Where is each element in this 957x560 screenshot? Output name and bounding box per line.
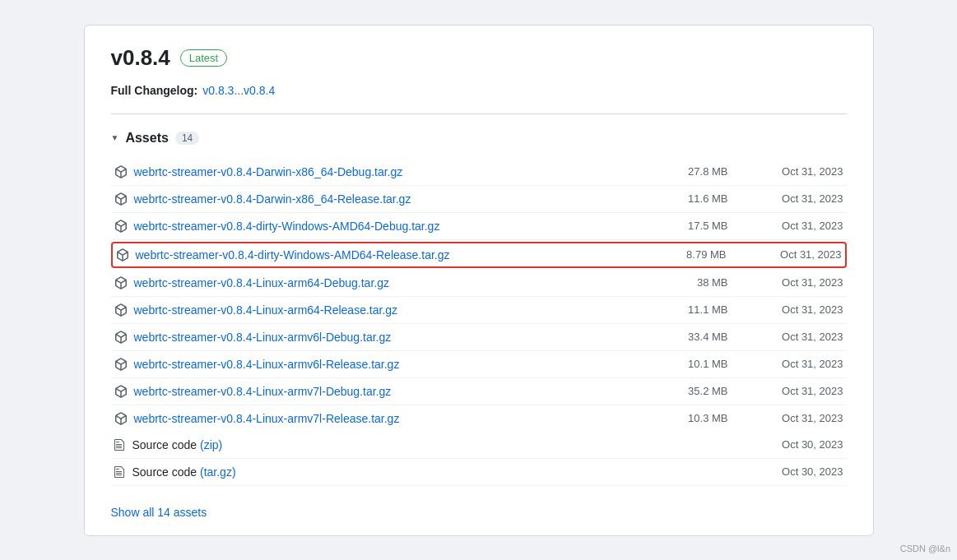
asset-date: Oct 31, 2023 [760,248,842,261]
asset-row: webrtc-streamer-v0.8.4-Linux-armv7l-Rele… [111,405,847,432]
collapse-triangle-icon[interactable]: ▼ [111,133,119,142]
source-label: Source code [132,465,201,479]
asset-row: webrtc-streamer-v0.8.4-Linux-armv7l-Debu… [111,378,847,405]
asset-row: webrtc-streamer-v0.8.4-Linux-armv6l-Rele… [111,351,847,378]
asset-row: webrtc-streamer-v0.8.4-Darwin-x86_64-Deb… [111,159,847,186]
show-all-assets-link[interactable]: Show all 14 assets [111,506,207,519]
asset-date: Oct 31, 2023 [761,165,843,178]
changelog-link[interactable]: v0.8.3...v0.8.4 [202,84,275,97]
asset-name-link[interactable]: webrtc-streamer-v0.8.4-Darwin-x86_64-Rel… [134,192,662,206]
source-row: Source code (tar.gz) Oct 30, 2023 [111,459,847,486]
show-all-container: Show all 14 assets [111,496,847,519]
asset-size: 11.1 MB [662,303,728,316]
source-label: Source code [132,438,201,451]
source-format-link[interactable]: (tar.gz) [200,465,236,479]
assets-count-badge: 14 [175,132,199,145]
asset-date: Oct 31, 2023 [761,358,843,370]
source-date: Oct 30, 2023 [761,438,843,451]
asset-name-link[interactable]: webrtc-streamer-v0.8.4-Linux-armv6l-Rele… [134,358,662,371]
asset-row: webrtc-streamer-v0.8.4-dirty-Windows-AMD… [111,213,847,240]
release-header: v0.8.4 Latest [111,45,847,71]
source-list: Source code (zip) Oct 30, 2023 Source co… [111,432,847,486]
asset-date: Oct 31, 2023 [761,303,843,316]
asset-size: 10.3 MB [662,412,728,424]
assets-section: ▼ Assets 14 webrtc-streamer-v0.8.4-Darwi… [111,131,847,519]
asset-size: 11.6 MB [662,192,728,205]
release-card: v0.8.4 Latest Full Changelog: v0.8.3...v… [84,25,874,536]
asset-name-link[interactable]: webrtc-streamer-v0.8.4-Linux-armv7l-Debu… [134,385,662,398]
source-date: Oct 30, 2023 [761,465,843,478]
watermark: CSDN @l&n [900,544,950,553]
asset-name-link[interactable]: webrtc-streamer-v0.8.4-Linux-armv6l-Debu… [134,331,662,344]
section-divider [111,113,847,114]
asset-row: webrtc-streamer-v0.8.4-Linux-arm64-Debug… [111,270,847,297]
source-name: Source code (zip) [132,438,447,451]
asset-row: webrtc-streamer-v0.8.4-Linux-arm64-Relea… [111,297,847,324]
asset-name-link[interactable]: webrtc-streamer-v0.8.4-Linux-arm64-Relea… [134,303,662,317]
changelog-row: Full Changelog: v0.8.3...v0.8.4 [111,84,847,97]
asset-row: webrtc-streamer-v0.8.4-dirty-Windows-AMD… [111,242,847,268]
assets-header: ▼ Assets 14 [111,131,847,146]
asset-list: webrtc-streamer-v0.8.4-Darwin-x86_64-Deb… [111,159,847,432]
asset-date: Oct 31, 2023 [761,412,843,424]
asset-size: 33.4 MB [662,331,728,343]
asset-name-link[interactable]: webrtc-streamer-v0.8.4-Linux-armv7l-Rele… [134,412,662,425]
asset-size: 27.8 MB [662,165,728,178]
asset-row: webrtc-streamer-v0.8.4-Linux-armv6l-Debu… [111,324,847,351]
asset-date: Oct 31, 2023 [761,192,843,205]
asset-size: 17.5 MB [662,220,728,232]
changelog-label: Full Changelog: [111,84,198,97]
asset-date: Oct 31, 2023 [761,276,843,289]
asset-name-link[interactable]: webrtc-streamer-v0.8.4-dirty-Windows-AMD… [136,248,661,261]
asset-date: Oct 31, 2023 [761,385,843,397]
assets-title: Assets [125,131,168,146]
asset-size: 8.79 MB [661,248,727,261]
source-row: Source code (zip) Oct 30, 2023 [111,432,847,459]
asset-date: Oct 31, 2023 [761,220,843,232]
latest-badge: Latest [180,49,227,67]
asset-size: 38 MB [662,276,728,289]
asset-name-link[interactable]: webrtc-streamer-v0.8.4-dirty-Windows-AMD… [134,220,662,233]
asset-name-link[interactable]: webrtc-streamer-v0.8.4-Darwin-x86_64-Deb… [134,165,662,178]
asset-date: Oct 31, 2023 [761,331,843,343]
asset-size: 10.1 MB [662,358,728,370]
source-name: Source code (tar.gz) [132,465,447,479]
asset-row: webrtc-streamer-v0.8.4-Darwin-x86_64-Rel… [111,186,847,213]
asset-name-link[interactable]: webrtc-streamer-v0.8.4-Linux-arm64-Debug… [134,276,662,289]
release-version: v0.8.4 [111,45,170,71]
source-format-link[interactable]: (zip) [200,438,222,451]
asset-size: 35.2 MB [662,385,728,397]
